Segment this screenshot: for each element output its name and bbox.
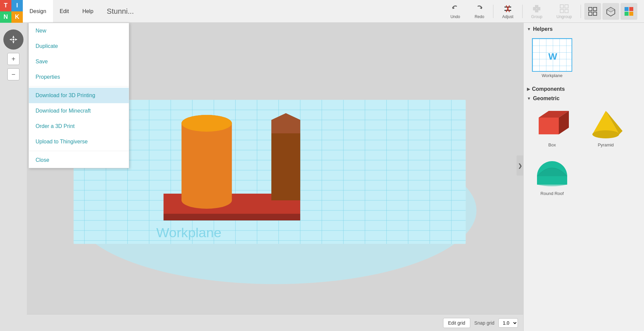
blocks-view-button[interactable] xyxy=(621,3,637,20)
logo-i: I xyxy=(11,0,23,11)
svg-rect-64 xyxy=(181,123,232,200)
menu-duplicate[interactable]: Duplicate xyxy=(29,39,129,54)
adjust-label: Adjust xyxy=(502,14,513,19)
undo-label: Undo xyxy=(450,14,460,19)
divider-1 xyxy=(493,5,493,18)
svg-rect-10 xyxy=(560,9,564,13)
menu-upload-thingiverse[interactable]: Upload to Thingiverse xyxy=(29,134,129,149)
menu-order-3d[interactable]: Order a 3D Print xyxy=(29,119,129,134)
menu-download-3d[interactable]: Download for 3D Printing xyxy=(29,88,129,103)
svg-point-82 xyxy=(592,130,619,138)
round-roof-label: Round Roof xyxy=(540,191,564,196)
workplane-item[interactable]: W Workplane xyxy=(527,36,577,81)
svg-rect-8 xyxy=(560,5,564,8)
navigation-circle[interactable] xyxy=(3,29,23,50)
redo-label: Redo xyxy=(475,14,484,19)
svg-marker-77 xyxy=(539,118,559,134)
svg-rect-12 xyxy=(589,7,592,11)
3d-view-button[interactable] xyxy=(602,3,619,20)
nav-help-label: Help xyxy=(82,8,93,14)
redo-button[interactable]: Redo xyxy=(469,2,490,20)
svg-marker-23 xyxy=(12,41,14,44)
box-label: Box xyxy=(548,142,556,147)
adjust-button[interactable]: Adjust xyxy=(497,2,519,20)
components-triangle: ▶ xyxy=(527,87,530,91)
logo-t: T xyxy=(0,0,11,11)
ungroup-label: Ungroup xyxy=(556,14,572,19)
pyramid-shape-item[interactable]: Pyramid xyxy=(581,105,631,150)
nav-edit[interactable]: Edit xyxy=(53,0,76,22)
helpers-grid: W Workplane xyxy=(527,36,641,81)
undo-button[interactable]: Undo xyxy=(445,2,466,20)
svg-rect-6 xyxy=(535,5,538,8)
svg-point-66 xyxy=(181,115,232,132)
svg-rect-20 xyxy=(625,12,629,16)
round-roof-shape-item[interactable]: Round Roof xyxy=(527,153,577,199)
svg-point-26 xyxy=(12,39,14,41)
logo-n: N xyxy=(0,11,11,23)
topbar: T I N K Design Edit Help Stunni... Undo xyxy=(0,0,644,23)
svg-rect-21 xyxy=(629,12,633,16)
svg-rect-28 xyxy=(73,100,466,244)
menu-new[interactable]: New xyxy=(29,23,129,39)
helpers-label: Helpers xyxy=(533,26,553,32)
nav-edit-label: Edit xyxy=(60,8,69,14)
zoom-in-button[interactable]: + xyxy=(7,53,19,65)
helpers-section-header[interactable]: ▼ Helpers xyxy=(527,26,641,32)
right-panel: ▼ Helpers W Workplane ▶ xyxy=(523,23,644,331)
toolbar-right: Undo Redo Adjust xyxy=(445,2,644,20)
svg-marker-72 xyxy=(271,133,300,200)
bottom-bar: Edit grid Snap grid 0.1 0.5 1.0 2.0 5.0 xyxy=(27,314,523,331)
pyramid-label: Pyramid xyxy=(598,142,614,147)
nav-menu: Design Edit Help xyxy=(23,0,100,22)
project-title: Stunni... xyxy=(107,7,134,16)
svg-rect-19 xyxy=(629,7,633,11)
menu-divider-2 xyxy=(29,151,129,151)
nav-design[interactable]: Design xyxy=(23,0,53,22)
svg-text:Workplane: Workplane xyxy=(156,225,221,240)
snap-grid-select[interactable]: 0.1 0.5 1.0 2.0 5.0 xyxy=(498,318,518,328)
geometric-section-header[interactable]: ▼ Geometric xyxy=(527,95,641,102)
svg-rect-9 xyxy=(565,5,568,8)
zoom-out-button[interactable]: − xyxy=(7,68,19,80)
group-button[interactable]: Group xyxy=(526,2,548,20)
ungroup-button[interactable]: Ungroup xyxy=(551,2,577,20)
group-label: Group xyxy=(531,14,542,19)
workplane-label: Workplane xyxy=(542,73,562,78)
menu-properties[interactable]: Properties xyxy=(29,69,129,85)
divider-2 xyxy=(522,5,523,18)
left-sidebar: + − xyxy=(0,23,27,331)
geometric-label: Geometric xyxy=(533,95,559,102)
menu-divider-1 xyxy=(29,86,129,86)
logo[interactable]: T I N K xyxy=(0,0,23,23)
grid-view-button[interactable] xyxy=(584,3,601,20)
collapse-panel-arrow[interactable]: ❯ xyxy=(517,155,523,176)
svg-point-65 xyxy=(181,192,232,209)
svg-rect-11 xyxy=(565,9,568,13)
svg-marker-17 xyxy=(607,7,615,12)
menu-close[interactable]: Close xyxy=(29,152,129,168)
nav-design-label: Design xyxy=(30,8,46,14)
svg-rect-7 xyxy=(535,9,538,12)
svg-text:W: W xyxy=(548,51,557,62)
divider-3 xyxy=(581,5,581,18)
svg-rect-15 xyxy=(593,12,597,15)
geometric-triangle: ▼ xyxy=(527,96,531,101)
menu-download-minecraft[interactable]: Download for Minecraft xyxy=(29,103,129,119)
box-shape-item[interactable]: Box xyxy=(527,105,577,150)
design-dropdown-menu: New Duplicate Save Properties Download f… xyxy=(29,23,129,168)
svg-marker-25 xyxy=(15,39,17,41)
edit-grid-button[interactable]: Edit grid xyxy=(443,318,470,328)
geometric-grid: Box Pyramid xyxy=(527,105,641,199)
svg-rect-13 xyxy=(593,7,597,11)
view-mode-buttons xyxy=(584,3,637,20)
components-section-header[interactable]: ▶ Components xyxy=(527,86,641,92)
svg-marker-22 xyxy=(12,36,14,38)
nav-help[interactable]: Help xyxy=(75,0,100,22)
menu-save[interactable]: Save xyxy=(29,54,129,69)
helpers-triangle: ▼ xyxy=(527,27,531,31)
svg-marker-24 xyxy=(9,39,12,41)
svg-marker-62 xyxy=(164,214,301,220)
svg-rect-18 xyxy=(625,7,629,11)
logo-k: K xyxy=(11,11,23,23)
